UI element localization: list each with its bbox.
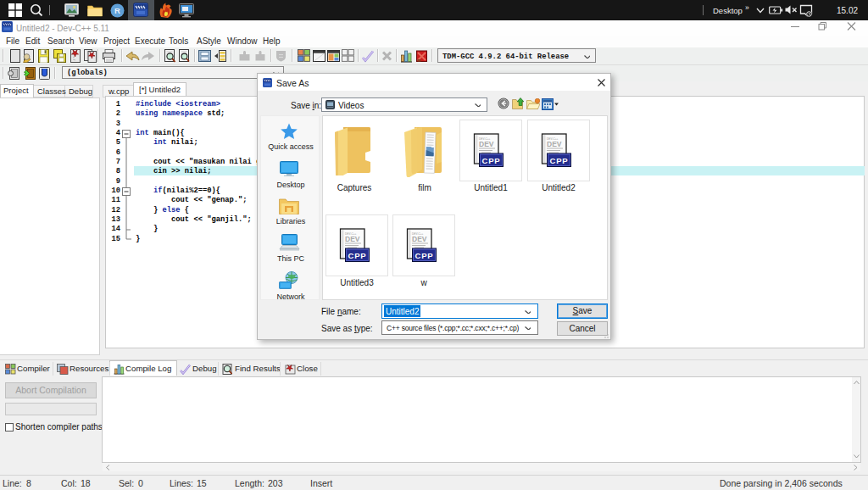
svg-text:R: R: [114, 6, 120, 15]
